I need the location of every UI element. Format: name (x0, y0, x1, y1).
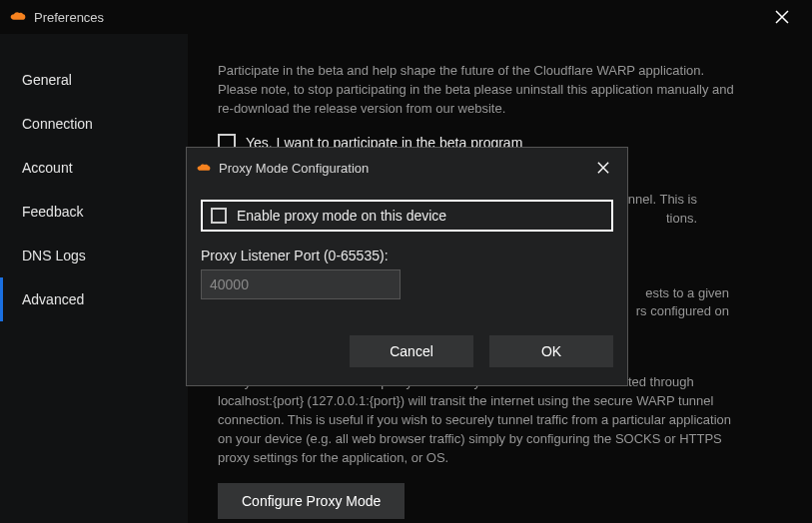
enable-proxy-checkbox[interactable]: Enable proxy mode on this device (201, 200, 613, 232)
sidebar-item-label: Connection (22, 116, 93, 132)
cancel-button[interactable]: Cancel (350, 335, 473, 367)
window-title: Preferences (34, 10, 762, 25)
sidebar-item-feedback[interactable]: Feedback (0, 190, 188, 234)
sidebar-item-label: Account (22, 160, 73, 176)
sidebar-item-label: Advanced (22, 291, 84, 307)
proxy-description: Proxy mode enables a local proxy server … (218, 373, 737, 467)
sidebar-item-general[interactable]: General (0, 58, 188, 102)
dialog-title: Proxy Mode Configuration (219, 161, 589, 176)
dialog-close-button[interactable] (589, 156, 617, 180)
titlebar: Preferences (0, 0, 812, 34)
sidebar-item-label: DNS Logs (22, 248, 86, 263)
proxy-port-label: Proxy Listener Port (0-65535): (201, 248, 613, 263)
sidebar: General Connection Account Feedback DNS … (0, 34, 188, 523)
cloudflare-icon (10, 11, 26, 23)
sidebar-item-label: General (22, 72, 72, 88)
sidebar-item-advanced[interactable]: Advanced (0, 277, 188, 321)
cloudflare-icon (197, 163, 211, 174)
enable-proxy-label: Enable proxy mode on this device (237, 208, 446, 224)
sidebar-item-dns-logs[interactable]: DNS Logs (0, 234, 188, 277)
sidebar-item-label: Feedback (22, 204, 83, 220)
configure-proxy-button[interactable]: Configure Proxy Mode (218, 483, 405, 519)
window-close-button[interactable] (762, 3, 802, 31)
sidebar-item-connection[interactable]: Connection (0, 102, 188, 146)
sidebar-item-account[interactable]: Account (0, 146, 188, 190)
dialog-titlebar: Proxy Mode Configuration (187, 148, 627, 188)
beta-description: Participate in the beta and help shape t… (218, 62, 737, 119)
proxy-mode-dialog: Proxy Mode Configuration Enable proxy mo… (186, 147, 628, 386)
checkbox-icon (211, 208, 227, 224)
proxy-port-input[interactable] (201, 269, 401, 299)
close-icon (775, 10, 789, 24)
ok-button[interactable]: OK (489, 335, 613, 367)
close-icon (597, 162, 609, 174)
